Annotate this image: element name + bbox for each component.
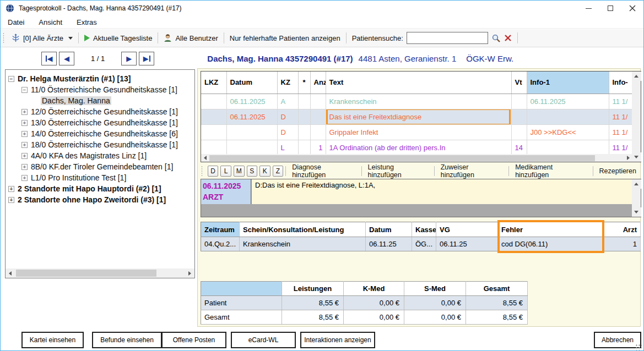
clear-search-icon[interactable]	[504, 34, 512, 42]
view-findings-button[interactable]: Befunde einsehen	[92, 332, 162, 348]
col-fehler[interactable]: Fehler	[498, 222, 603, 237]
scroll-left-button[interactable]	[201, 154, 209, 162]
type-l-button[interactable]: L	[220, 166, 231, 177]
tree-expand-icon[interactable]: +	[21, 131, 28, 137]
menu-datei[interactable]: Datei	[1, 18, 31, 26]
col-info1[interactable]: Info-1	[527, 72, 609, 94]
tree-hscrollbar-thumb[interactable]	[16, 270, 156, 277]
scroll-left-button[interactable]	[6, 268, 15, 278]
col-arzt[interactable]: Arzt	[603, 222, 641, 237]
tree-expand-icon[interactable]: +	[21, 120, 28, 126]
tree-item[interactable]: +14/0 Österreichische Gesundheitskasse […	[6, 128, 194, 139]
scroll-up-button[interactable]	[632, 72, 641, 81]
tree-expand-icon[interactable]: +	[21, 153, 28, 159]
last-record-button[interactable]: ▶	[139, 52, 154, 65]
col-kasse[interactable]: Kasse	[412, 222, 436, 237]
type-k-button[interactable]: K	[259, 166, 270, 177]
faulty-patients-toggle[interactable]: Nur fehlerhafte Patienten anzeigen	[225, 31, 345, 45]
tree-collapse-icon[interactable]: −	[8, 76, 14, 82]
col-vg[interactable]: VG	[436, 222, 498, 237]
menu-extras[interactable]: Extras	[69, 18, 104, 26]
col-schein[interactable]: Schein/Konsultation/Leistung	[240, 222, 366, 237]
scroll-down-button[interactable]	[632, 207, 641, 217]
prescribe-button[interactable]: Rezeptieren	[596, 167, 640, 175]
tree-item[interactable]: +L1/0 Pro Institutione Test [1]	[6, 172, 194, 183]
error-row[interactable]: 04.Qu.2... Krankenschein 06.11.25 ÖG... …	[201, 237, 641, 251]
tree-item[interactable]: +18/0 Österreichische Gesundheitskasse […	[6, 139, 194, 150]
tree-item[interactable]: −11/0 Österreichische Gesundheitskasse […	[6, 84, 194, 95]
protocol-row[interactable]: L 1 1A Ordination (ab der dritten) pers.…	[201, 140, 632, 155]
tree-horizontal-scrollbar[interactable]	[6, 268, 194, 278]
protocol-vertical-scrollbar[interactable]	[632, 72, 641, 162]
menu-ansicht[interactable]: Ansicht	[31, 18, 69, 26]
minimize-button[interactable]	[577, 1, 599, 16]
col-star[interactable]: *	[298, 72, 310, 94]
add-medication-button[interactable]: Medikament hinzufügen	[511, 163, 590, 179]
col-datum[interactable]: Datum	[226, 72, 277, 94]
view-chart-button[interactable]: Kartei einsehen	[21, 332, 84, 348]
tree-collapse-icon[interactable]: −	[21, 87, 28, 93]
add-referrer-button[interactable]: Zuweiser hinzufügen	[437, 163, 506, 179]
add-service-button[interactable]: Leistung hinzufügen	[364, 163, 432, 179]
patient-search-input[interactable]	[407, 32, 488, 44]
cancel-button[interactable]: Abbrechen	[594, 332, 641, 348]
scroll-right-button[interactable]	[624, 154, 632, 162]
all-users-button[interactable]: Alle Benutzer	[159, 31, 222, 45]
tree-item[interactable]: +13/0 Österreichische Gesundheitskasse […	[6, 117, 194, 128]
entry-summary-text[interactable]: D:Das ist eine Freitextdiagnose, L:1A,	[252, 179, 632, 204]
col-vt[interactable]: Vt	[511, 72, 527, 94]
scroll-up-button[interactable]	[632, 179, 641, 189]
open-items-button[interactable]: Offene Posten	[161, 332, 226, 348]
resize-grip[interactable]	[635, 344, 642, 350]
tree-item[interactable]: +4A/0 KFA des Magistrates Linz [1]	[6, 150, 194, 161]
tree-expand-icon[interactable]: +	[21, 109, 28, 115]
show-interactions-button[interactable]: Interaktionen anzeigen	[300, 332, 375, 348]
protocol-table: LKZ Datum KZ * Anz Text Vt Info-1 Info-	[201, 71, 641, 162]
col-smed: S-Med	[404, 282, 466, 296]
tree-expand-icon[interactable]: +	[8, 197, 14, 203]
toolbar-grip[interactable]	[2, 32, 5, 43]
tree-item[interactable]: −Dr. Helga Musterärztin (#1) [13]	[6, 73, 194, 84]
tree-expand-icon[interactable]: +	[8, 186, 14, 192]
first-record-button[interactable]: ◀	[41, 52, 57, 65]
col-datum[interactable]: Datum	[366, 222, 412, 237]
scroll-down-button[interactable]	[632, 152, 641, 162]
col-anz[interactable]: Anz	[310, 72, 326, 94]
tree-item[interactable]: +2 Standorte mit Hapo Hauptordi (#2) [1]	[6, 183, 194, 194]
tree-item[interactable]: +8B/0 KF.der Tiroler Gemeindebeamten [1]	[6, 161, 194, 172]
col-info2[interactable]: Info-	[609, 72, 632, 94]
tree-expand-icon[interactable]: +	[21, 142, 28, 148]
scroll-right-button[interactable]	[185, 268, 194, 278]
protocol-row[interactable]: D Grippaler Infekt J00 >>KDG<< 11 1/	[201, 124, 632, 140]
search-icon[interactable]	[491, 34, 501, 43]
col-zeitraum[interactable]: Zeitraum	[201, 222, 240, 237]
protocol-horizontal-scrollbar[interactable]	[201, 154, 632, 162]
ecard-wl-button[interactable]: eCard-WL	[231, 332, 296, 348]
type-d-button[interactable]: D	[208, 166, 219, 177]
entry-vertical-scrollbar[interactable]	[632, 179, 641, 217]
tree-expand-icon[interactable]: +	[21, 175, 28, 181]
type-m-button[interactable]: M	[234, 166, 245, 177]
previous-record-button[interactable]: ◀	[59, 52, 74, 65]
tree-item-selected[interactable]: Dachs, Mag. Hanna	[6, 95, 194, 106]
type-s-button[interactable]: S	[247, 166, 258, 177]
close-button[interactable]	[621, 1, 643, 16]
add-diagnosis-button[interactable]: Diagnose hinzufügen	[288, 163, 359, 179]
type-z-button[interactable]: Z	[273, 166, 284, 177]
tree-expand-icon[interactable]: +	[21, 164, 28, 170]
next-record-button[interactable]: ▶	[121, 52, 137, 65]
maximize-button[interactable]	[599, 1, 621, 16]
col-kz[interactable]: KZ	[277, 72, 298, 94]
protocol-row[interactable]: 06.11.2025 A Krankenschein 06.11.2025 11…	[201, 94, 632, 109]
col-lkz[interactable]: LKZ	[201, 72, 226, 94]
actionbar-grip[interactable]	[201, 166, 203, 177]
titlebar: Tagesprotokoll - Dachs, Mag. Hanna 43572…	[1, 1, 643, 16]
protocol-hscrollbar-thumb[interactable]	[209, 155, 595, 161]
doctors-filter-button[interactable]: [0] Alle Ärzte	[7, 31, 77, 45]
current-daylist-button[interactable]: Aktuelle Tagesliste	[80, 31, 156, 45]
col-text[interactable]: Text	[326, 72, 511, 94]
tree-item[interactable]: +2 Standorte ohne Hapo Zweitordi (#3) [1…	[6, 194, 194, 205]
protocol-row-selected[interactable]: 06.11.2025 D Das ist eine Freitextdiagno…	[201, 109, 632, 124]
tree-item[interactable]: +12/0 Österreichische Gesundheitskasse […	[6, 106, 194, 117]
totals-section: Leistungen K-Med S-Med Gesamt Patient 8,…	[201, 281, 528, 325]
